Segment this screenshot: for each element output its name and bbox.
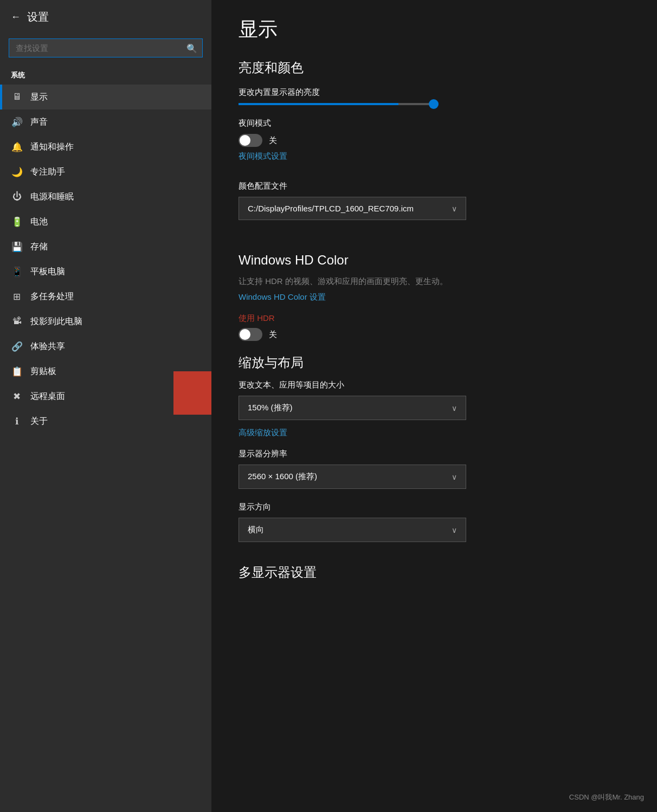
night-mode-knob (240, 135, 250, 146)
sidebar-item-battery[interactable]: 🔋 电池 (0, 209, 211, 234)
night-mode-toggle-row: 关 (239, 134, 630, 147)
multi-monitor-title: 多显示器设置 (239, 564, 630, 581)
advanced-scale-link[interactable]: 高级缩放设置 (239, 428, 287, 438)
sidebar-section-system: 系统 (0, 66, 211, 85)
sidebar-label-focus: 专注助手 (30, 166, 65, 178)
slider-thumb (429, 99, 439, 109)
sidebar-label-display: 显示 (30, 92, 48, 103)
size-value: 150% (推荐) (248, 403, 293, 413)
orientation-value: 横向 (248, 525, 264, 535)
hdr-description: 让支持 HDR 的视频、游戏和应用的画面更明亮、更生动。 (239, 276, 630, 287)
battery-icon: 🔋 (11, 216, 23, 228)
color-profile-arrow: ∨ (452, 204, 457, 213)
size-dropdown[interactable]: 150% (推荐) ∨ (239, 396, 466, 420)
brightness-title: 亮度和颜色 (239, 59, 630, 76)
sidebar-label-remote: 远程桌面 (30, 391, 65, 402)
notifications-icon: 🔔 (11, 141, 23, 153)
sidebar-accent (173, 371, 211, 415)
sidebar-label-battery: 电池 (30, 216, 48, 228)
resolution-label: 显示器分辨率 (239, 449, 630, 459)
color-profile-value: C:/DisplayProfiles/TPLCD_1600_REC709.icm (248, 204, 414, 213)
sidebar-item-tablet[interactable]: 📱 平板电脑 (0, 259, 211, 284)
sidebar-label-about: 关于 (30, 416, 48, 427)
sidebar-label-project: 投影到此电脑 (30, 316, 82, 327)
main-content: 显示 亮度和颜色 更改内置显示器的亮度 夜间模式 关 夜间模式设置 颜色配置文件… (211, 0, 657, 812)
hdr-status: 关 (269, 330, 277, 340)
sidebar-label-multitask: 多任务处理 (30, 291, 74, 302)
remote-icon: ✖ (11, 390, 23, 402)
back-button[interactable]: ← (11, 11, 21, 23)
brightness-label: 更改内置显示器的亮度 (239, 87, 630, 98)
sidebar-label-sound: 声音 (30, 117, 48, 128)
sound-icon: 🔊 (11, 116, 23, 128)
sidebar-label-power: 电源和睡眠 (30, 191, 74, 203)
sidebar-item-project[interactable]: 📽 投影到此电脑 (0, 309, 211, 334)
power-icon: ⏻ (11, 191, 23, 203)
brightness-section: 亮度和颜色 更改内置显示器的亮度 (239, 59, 630, 105)
hdr-toggle-row: 关 (239, 328, 630, 341)
scale-section: 缩放与布局 更改文本、应用等项目的大小 150% (推荐) ∨ 高级缩放设置 显… (239, 354, 630, 581)
display-icon: 🖥 (11, 91, 23, 103)
watermark: CSDN @叫我Mr. Zhang (569, 792, 644, 802)
hdr-title: Windows HD Color (239, 253, 630, 268)
sidebar-item-focus[interactable]: 🌙 专注助手 (0, 159, 211, 184)
orientation-dropdown[interactable]: 横向 ∨ (239, 518, 466, 542)
sidebar-item-power[interactable]: ⏻ 电源和睡眠 (0, 184, 211, 209)
night-mode-settings-link[interactable]: 夜间模式设置 (239, 151, 287, 162)
brightness-slider-container[interactable] (239, 103, 630, 105)
resolution-dropdown[interactable]: 2560 × 1600 (推荐) ∨ (239, 465, 466, 489)
project-icon: 📽 (11, 315, 23, 327)
sidebar-title: 设置 (27, 10, 49, 24)
tablet-icon: 📱 (11, 266, 23, 278)
resolution-value: 2560 × 1600 (推荐) (248, 472, 317, 482)
hdr-settings-link[interactable]: Windows HD Color 设置 (239, 292, 326, 302)
sidebar-label-share: 体验共享 (30, 341, 65, 352)
multitask-icon: ⊞ (11, 291, 23, 302)
night-mode-section: 夜间模式 关 夜间模式设置 (239, 118, 630, 172)
sidebar-item-share[interactable]: 🔗 体验共享 (0, 334, 211, 359)
hdr-toggle[interactable] (239, 328, 262, 341)
sidebar-header: ← 设置 (0, 0, 211, 34)
search-icon[interactable]: 🔍 (186, 43, 197, 53)
search-box: 🔍 (9, 38, 203, 57)
search-input[interactable] (9, 38, 203, 57)
page-title: 显示 (239, 16, 630, 43)
hdr-knob (240, 329, 250, 340)
sidebar-label-notifications: 通知和操作 (30, 141, 74, 153)
color-profile-label: 颜色配置文件 (239, 181, 630, 191)
sidebar-item-notifications[interactable]: 🔔 通知和操作 (0, 134, 211, 159)
share-icon: 🔗 (11, 340, 23, 352)
about-icon: ℹ (11, 415, 23, 427)
sidebar-label-tablet: 平板电脑 (30, 266, 65, 278)
slider-track (239, 103, 434, 105)
orientation-arrow: ∨ (452, 526, 457, 534)
size-arrow: ∨ (452, 404, 457, 413)
size-label: 更改文本、应用等项目的大小 (239, 380, 630, 390)
sidebar-label-clipboard: 剪贴板 (30, 366, 56, 377)
clipboard-icon: 📋 (11, 365, 23, 377)
sidebar-item-display[interactable]: 🖥 显示 (0, 85, 211, 109)
slider-fill (239, 103, 398, 105)
sidebar-item-sound[interactable]: 🔊 声音 (0, 109, 211, 134)
sidebar-label-storage: 存储 (30, 241, 48, 253)
sidebar-item-multitask[interactable]: ⊞ 多任务处理 (0, 284, 211, 309)
storage-icon: 💾 (11, 241, 23, 253)
color-profile-dropdown[interactable]: C:/DisplayProfiles/TPLCD_1600_REC709.icm… (239, 197, 466, 220)
sidebar-item-storage[interactable]: 💾 存储 (0, 234, 211, 259)
hdr-section: Windows HD Color 让支持 HDR 的视频、游戏和应用的画面更明亮… (239, 253, 630, 341)
night-mode-status: 关 (269, 136, 277, 146)
night-mode-label: 夜间模式 (239, 118, 630, 128)
resolution-arrow: ∨ (452, 473, 457, 481)
focus-icon: 🌙 (11, 166, 23, 178)
orientation-label: 显示方向 (239, 502, 630, 512)
scale-title: 缩放与布局 (239, 354, 630, 371)
hdr-use-label: 使用 HDR (239, 313, 630, 324)
night-mode-toggle[interactable] (239, 134, 262, 147)
color-profile-section: 颜色配置文件 C:/DisplayProfiles/TPLCD_1600_REC… (239, 181, 630, 220)
